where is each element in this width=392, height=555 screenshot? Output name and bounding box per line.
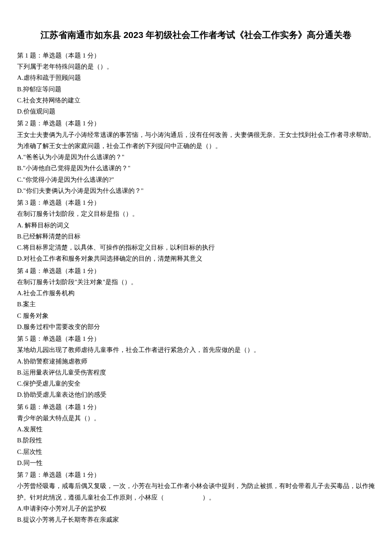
question-header: 第 7 题：单选题（本题 1 分） [17,469,375,480]
question-option: D."你们夫妻俩认为小涛是因为什么逃课的？" [17,185,375,196]
question-option: D.服务过程中需要改变的部分 [17,321,375,332]
document-title: 江苏省南通市如东县 2023 年初级社会工作者考试《社会工作实务》高分通关卷 [17,27,375,43]
question-stem: 在制订服务计划阶段"关注对象"是指（）。 [17,276,375,288]
question-header: 第 3 题：单选题（本题 1 分） [17,197,375,208]
question-option: D.对社会工作者和服务对象共同选择确定的目的，清楚阐释其意义 [17,253,375,264]
question-stem: 某地幼儿园出现了教师虐待儿童事件，社会工作者进行紧急介入，首先应做的是（）。 [17,344,375,355]
question-header: 第 1 题：单选题（本题 1 分） [17,50,375,61]
question-option: C.将目标界定清楚，以具体、可操作的指标定义目标，以利目标的执行 [17,242,375,253]
question-option: A."爸爸认为小涛是因为什么逃课的？" [17,151,375,163]
question-stem: 青少年的最大特点是其（）。 [17,413,375,424]
question-option: C 服务对象 [17,310,375,321]
question-stem: 小芳曾经吸毒，戒毒后偶又复吸，一次，小芳在与社会工作者小林会谈中提到，为防止被抓… [17,480,375,503]
question-stem: 在制订服务计划阶段，定义目标是指（）。 [17,208,375,219]
question-option: A. 解释目标的词义 [17,220,375,231]
question-option: D.价值观问题 [17,106,375,117]
question-option: C.保护受虐儿童的安全 [17,378,375,389]
question-option: B.运用量表评估儿童受伤害程度 [17,367,375,378]
question-option: B.提议小芳将儿子长期寄养在亲戚家 [17,514,375,525]
question-option: D.协助受虐儿童表达他们的感受 [17,389,375,400]
question-option: C.层次性 [17,446,375,457]
question-option: A.协助警察逮捕施虐教师 [17,356,375,367]
question-option: A.申请剥夺小芳对儿子的监护权 [17,503,375,514]
question-option: B.抑郁症等问题 [17,84,375,95]
question-option: A.虐待和疏于照顾问题 [17,72,375,83]
question-option: B."小涛他自己觉得是因为什么逃课的？" [17,163,375,174]
question-header: 第 4 题：单选题（本题 1 分） [17,265,375,276]
question-option: C."你觉得小涛是因为什么逃课的?" [17,174,375,185]
question-header: 第 2 题：单选题（本题 1 分） [17,118,375,129]
question-option: D.同一性 [17,457,375,468]
question-option: A.发展性 [17,424,375,435]
question-option: C.社会支持网络的建立 [17,95,375,106]
question-option: B.阶段性 [17,435,375,446]
question-stem: 王女士夫妻俩为儿子小涛经常逃课的事苦恼，与小涛沟通后，没有任何改善，夫妻俩很无奈… [17,129,375,152]
question-stem: 下列属于老年特殊问题的是（）。 [17,61,375,72]
question-header: 第 5 题：单选题（本题 1 分） [17,333,375,344]
question-option: B.已经解释清楚的目标 [17,231,375,242]
question-option: B.案主 [17,299,375,310]
question-header: 第 6 题：单选题（本题 1 分） [17,401,375,413]
questions-container: 第 1 题：单选题（本题 1 分）下列属于老年特殊问题的是（）。A.虐待和疏于照… [17,50,375,526]
question-option: A.社会工作服务机构 [17,288,375,299]
